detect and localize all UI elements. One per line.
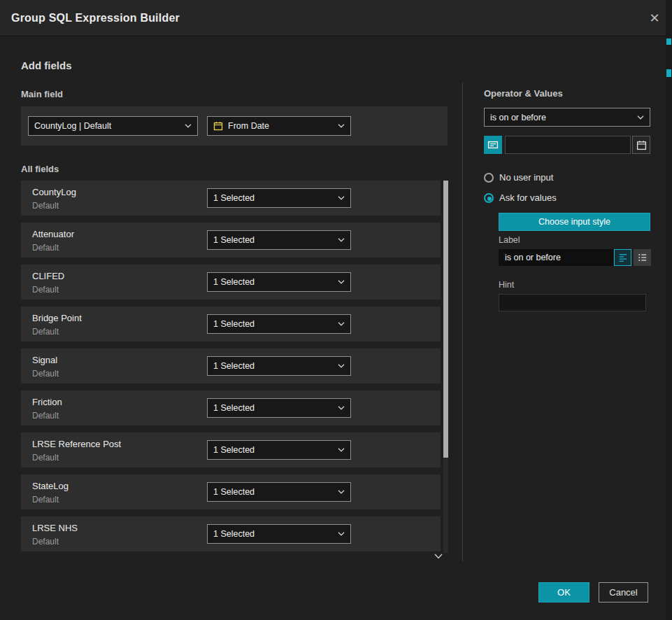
field-name: Attenuator: [32, 229, 74, 239]
field-sublabel: Default: [32, 453, 59, 463]
date-field-select[interactable]: From Date: [207, 116, 351, 136]
field-select-value: 1 Selected: [213, 361, 333, 371]
field-row: CountyLog Default 1 Selected: [21, 181, 441, 216]
field-select-value: 1 Selected: [213, 487, 333, 497]
group-sql-expression-builder-dialog: Group SQL Expression Builder ✕ Add field…: [0, 0, 672, 620]
field-row: Signal Default 1 Selected: [21, 348, 441, 383]
date-field-select-value: From Date: [228, 121, 333, 131]
align-left-style-button[interactable]: [614, 249, 631, 266]
field-name: StateLog: [32, 481, 69, 491]
chevron-down-icon: [338, 280, 345, 284]
date-picker-button[interactable]: [632, 136, 650, 154]
dialog-titlebar: Group SQL Expression Builder ✕: [0, 0, 672, 36]
all-fields-list: CountyLog Default 1 Selected Attenuator …: [21, 181, 441, 558]
label-input[interactable]: [499, 249, 613, 266]
field-select-value: 1 Selected: [213, 319, 333, 329]
list-icon: [638, 253, 648, 262]
field-select[interactable]: 1 Selected: [207, 356, 351, 376]
operator-select[interactable]: is on or before: [484, 108, 650, 127]
field-select[interactable]: 1 Selected: [207, 188, 351, 208]
field-name: LRSE Reference Post: [32, 439, 121, 449]
radio-ask-for-values[interactable]: Ask for values: [484, 192, 557, 203]
vertical-divider: [462, 83, 463, 561]
field-sublabel: Default: [32, 327, 59, 337]
layer-select[interactable]: CountyLog | Default: [28, 116, 198, 136]
field-sublabel: Default: [32, 285, 59, 295]
field-select[interactable]: 1 Selected: [207, 230, 351, 250]
field-sublabel: Default: [32, 495, 59, 505]
window-scrollbar-track[interactable]: [666, 0, 672, 620]
field-select-value: 1 Selected: [213, 529, 333, 539]
field-name: CLIFED: [32, 271, 64, 281]
field-select-value: 1 Selected: [213, 445, 333, 455]
main-field-heading: Main field: [21, 89, 63, 99]
field-select[interactable]: 1 Selected: [207, 314, 351, 334]
operator-select-value: is on or before: [490, 113, 632, 122]
field-select[interactable]: 1 Selected: [207, 482, 351, 502]
field-select-value: 1 Selected: [213, 403, 333, 413]
field-sublabel: Default: [32, 537, 59, 547]
field-select[interactable]: 1 Selected: [207, 272, 351, 292]
field-select-value: 1 Selected: [213, 277, 333, 287]
hint-caption: Hint: [499, 280, 514, 290]
field-row: StateLog Default 1 Selected: [21, 474, 441, 509]
radio-no-user-input-label: No user input: [499, 172, 553, 183]
close-icon[interactable]: ✕: [645, 9, 664, 27]
list-scrollbar-track[interactable]: [443, 181, 448, 553]
chevron-down-icon: [637, 115, 644, 120]
scrollbar-mark: [666, 38, 671, 45]
radio-unselected-icon: [484, 173, 494, 183]
dialog-title: Group SQL Expression Builder: [11, 0, 180, 36]
add-fields-heading: Add fields: [21, 59, 72, 71]
field-select-value: 1 Selected: [213, 193, 333, 203]
main-field-panel: CountyLog | Default From Date: [21, 106, 448, 146]
list-scrollbar-thumb[interactable]: [443, 181, 448, 458]
value-input-mode-button[interactable]: [484, 136, 502, 154]
operator-values-heading: Operator & Values: [484, 88, 563, 99]
radio-ask-for-values-label: Ask for values: [499, 192, 557, 203]
field-name: CountyLog: [32, 187, 76, 197]
chevron-down-icon: [338, 406, 345, 410]
field-sublabel: Default: [32, 411, 59, 421]
field-row: Attenuator Default 1 Selected: [21, 223, 441, 258]
field-row: Friction Default 1 Selected: [21, 390, 441, 425]
scroll-down-indicator[interactable]: [434, 553, 443, 560]
ok-button[interactable]: OK: [538, 582, 589, 603]
chevron-down-icon: [185, 124, 192, 128]
input-field-icon: [487, 139, 499, 150]
align-left-icon: [618, 253, 628, 262]
date-value-input[interactable]: [505, 136, 631, 154]
field-row: Bridge Point Default 1 Selected: [21, 307, 441, 341]
field-select[interactable]: 1 Selected: [207, 398, 351, 418]
field-sublabel: Default: [32, 201, 59, 211]
calendar-icon: [636, 140, 647, 150]
chevron-down-icon: [338, 238, 345, 242]
calendar-icon: [213, 121, 223, 131]
radio-selected-icon: [484, 193, 494, 203]
field-name: Signal: [32, 355, 57, 365]
radio-no-user-input[interactable]: No user input: [484, 172, 553, 183]
chevron-down-icon: [338, 124, 345, 128]
field-row: LRSE Reference Post Default 1 Selected: [21, 432, 441, 467]
chevron-down-icon: [338, 196, 345, 200]
field-name: Bridge Point: [32, 313, 82, 323]
choose-input-style-button[interactable]: Choose input style: [499, 213, 650, 231]
chevron-down-icon: [338, 448, 345, 452]
field-select[interactable]: 1 Selected: [207, 440, 351, 460]
label-caption: Label: [499, 235, 520, 245]
cancel-button[interactable]: Cancel: [599, 582, 648, 603]
field-row: CLIFED Default 1 Selected: [21, 265, 441, 300]
field-select-value: 1 Selected: [213, 235, 333, 245]
field-row: LRSE NHS Default 1 Selected: [21, 516, 441, 551]
hint-input[interactable]: [499, 294, 646, 311]
field-sublabel: Default: [32, 243, 59, 253]
scrollbar-mark: [666, 69, 671, 77]
chevron-down-icon: [338, 364, 345, 368]
list-style-button[interactable]: [634, 249, 651, 266]
field-select[interactable]: 1 Selected: [207, 524, 351, 544]
chevron-down-icon: [338, 322, 345, 326]
chevron-down-icon: [338, 490, 345, 494]
field-name: LRSE NHS: [32, 523, 78, 533]
all-fields-heading: All fields: [21, 164, 59, 174]
field-name: Friction: [32, 397, 62, 407]
